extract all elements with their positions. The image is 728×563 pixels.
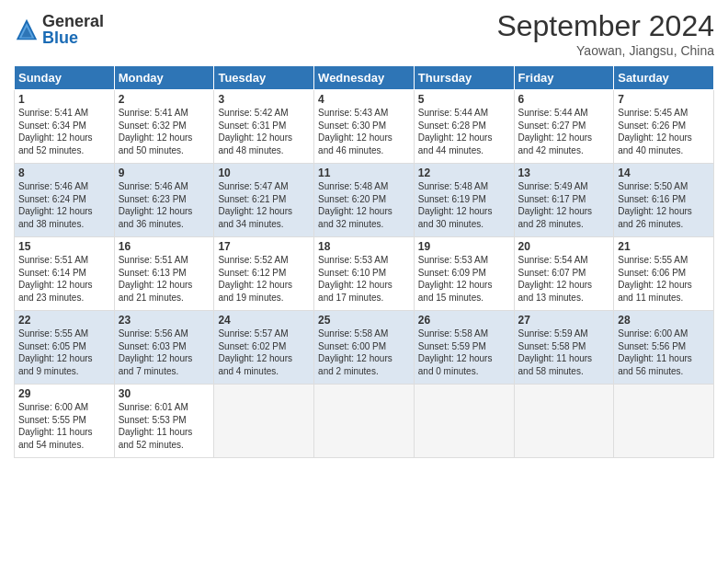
day-number: 1	[18, 93, 110, 106]
day-info: Sunrise: 5:48 AM Sunset: 6:20 PM Dayligh…	[318, 180, 410, 230]
header-row: Sunday Monday Tuesday Wednesday Thursday…	[15, 66, 714, 90]
day-number: 12	[418, 167, 510, 179]
day-number: 13	[518, 167, 610, 179]
logo-general: General	[42, 13, 104, 29]
calendar-week-2: 8Sunrise: 5:46 AM Sunset: 6:24 PM Daylig…	[15, 164, 714, 237]
day-number: 3	[218, 93, 310, 106]
calendar-cell: 28Sunrise: 6:00 AM Sunset: 5:56 PM Dayli…	[614, 311, 714, 385]
month-title: September 2024	[496, 9, 714, 43]
day-info: Sunrise: 5:58 AM Sunset: 6:00 PM Dayligh…	[318, 327, 410, 377]
calendar-cell: 19Sunrise: 5:53 AM Sunset: 6:09 PM Dayli…	[414, 237, 514, 311]
day-number: 18	[318, 240, 410, 253]
logo: General Blue	[14, 13, 104, 46]
calendar-cell: 13Sunrise: 5:49 AM Sunset: 6:17 PM Dayli…	[514, 164, 614, 237]
header-thursday: Thursday	[414, 66, 514, 90]
day-info: Sunrise: 5:52 AM Sunset: 6:12 PM Dayligh…	[218, 254, 310, 304]
day-number: 9	[119, 167, 210, 179]
day-number: 19	[418, 240, 510, 253]
day-info: Sunrise: 5:50 AM Sunset: 6:16 PM Dayligh…	[618, 180, 710, 230]
calendar-week-1: 1Sunrise: 5:41 AM Sunset: 6:34 PM Daylig…	[15, 90, 714, 164]
day-number: 21	[618, 240, 710, 253]
calendar-cell: 8Sunrise: 5:46 AM Sunset: 6:24 PM Daylig…	[15, 164, 115, 237]
header-monday: Monday	[114, 66, 214, 90]
calendar-cell: 10Sunrise: 5:47 AM Sunset: 6:21 PM Dayli…	[214, 164, 314, 237]
calendar-cell: 27Sunrise: 5:59 AM Sunset: 5:58 PM Dayli…	[514, 311, 614, 385]
day-info: Sunrise: 5:54 AM Sunset: 6:07 PM Dayligh…	[518, 254, 610, 304]
day-info: Sunrise: 5:53 AM Sunset: 6:10 PM Dayligh…	[318, 254, 410, 304]
calendar-cell: 20Sunrise: 5:54 AM Sunset: 6:07 PM Dayli…	[514, 237, 614, 311]
page-container: General Blue September 2024 Yaowan, Jian…	[0, 0, 728, 467]
calendar-cell: 11Sunrise: 5:48 AM Sunset: 6:20 PM Dayli…	[314, 164, 415, 237]
calendar-cell: 2Sunrise: 5:41 AM Sunset: 6:32 PM Daylig…	[114, 90, 214, 164]
day-info: Sunrise: 5:49 AM Sunset: 6:17 PM Dayligh…	[518, 180, 610, 230]
day-number: 20	[518, 240, 610, 253]
day-info: Sunrise: 6:00 AM Sunset: 5:56 PM Dayligh…	[618, 327, 710, 377]
day-number: 6	[518, 93, 610, 106]
location: Yaowan, Jiangsu, China	[496, 43, 714, 58]
day-number: 30	[119, 387, 210, 400]
calendar-cell: 30Sunrise: 6:01 AM Sunset: 5:53 PM Dayli…	[114, 385, 214, 458]
day-info: Sunrise: 5:42 AM Sunset: 6:31 PM Dayligh…	[218, 107, 310, 156]
calendar-week-4: 22Sunrise: 5:55 AM Sunset: 6:05 PM Dayli…	[15, 311, 714, 385]
day-number: 23	[119, 314, 210, 327]
day-info: Sunrise: 5:44 AM Sunset: 6:27 PM Dayligh…	[518, 107, 610, 156]
day-number: 26	[418, 314, 510, 327]
calendar-cell: 12Sunrise: 5:48 AM Sunset: 6:19 PM Dayli…	[414, 164, 514, 237]
calendar-cell: 21Sunrise: 5:55 AM Sunset: 6:06 PM Dayli…	[614, 237, 714, 311]
calendar-cell: 1Sunrise: 5:41 AM Sunset: 6:34 PM Daylig…	[15, 90, 115, 164]
calendar-cell	[214, 385, 314, 458]
header-friday: Friday	[514, 66, 614, 90]
calendar-cell: 26Sunrise: 5:58 AM Sunset: 5:59 PM Dayli…	[414, 311, 514, 385]
calendar-cell: 6Sunrise: 5:44 AM Sunset: 6:27 PM Daylig…	[514, 90, 614, 164]
day-number: 29	[18, 387, 110, 400]
calendar-cell: 17Sunrise: 5:52 AM Sunset: 6:12 PM Dayli…	[214, 237, 314, 311]
calendar-cell	[614, 385, 714, 458]
logo-icon	[14, 17, 40, 42]
day-number: 27	[518, 314, 610, 327]
day-info: Sunrise: 5:51 AM Sunset: 6:14 PM Dayligh…	[18, 254, 110, 304]
calendar-week-3: 15Sunrise: 5:51 AM Sunset: 6:14 PM Dayli…	[15, 237, 714, 311]
day-info: Sunrise: 5:43 AM Sunset: 6:30 PM Dayligh…	[318, 107, 410, 156]
calendar-cell: 16Sunrise: 5:51 AM Sunset: 6:13 PM Dayli…	[114, 237, 214, 311]
calendar-cell: 25Sunrise: 5:58 AM Sunset: 6:00 PM Dayli…	[314, 311, 415, 385]
day-info: Sunrise: 5:53 AM Sunset: 6:09 PM Dayligh…	[418, 254, 510, 304]
header-sunday: Sunday	[15, 66, 115, 90]
day-number: 22	[18, 314, 110, 327]
day-number: 16	[119, 240, 210, 253]
calendar-cell: 9Sunrise: 5:46 AM Sunset: 6:23 PM Daylig…	[114, 164, 214, 237]
day-number: 11	[318, 167, 410, 179]
day-number: 14	[618, 167, 710, 179]
day-info: Sunrise: 5:48 AM Sunset: 6:19 PM Dayligh…	[418, 180, 510, 230]
calendar-cell	[514, 385, 614, 458]
calendar-cell	[314, 385, 415, 458]
calendar-table: Sunday Monday Tuesday Wednesday Thursday…	[14, 65, 714, 458]
calendar-cell: 5Sunrise: 5:44 AM Sunset: 6:28 PM Daylig…	[414, 90, 514, 164]
day-number: 4	[318, 93, 410, 106]
page-header: General Blue September 2024 Yaowan, Jian…	[14, 9, 714, 58]
day-info: Sunrise: 5:57 AM Sunset: 6:02 PM Dayligh…	[218, 327, 310, 377]
calendar-cell	[414, 385, 514, 458]
logo-text: General Blue	[42, 13, 104, 46]
calendar-cell: 24Sunrise: 5:57 AM Sunset: 6:02 PM Dayli…	[214, 311, 314, 385]
day-info: Sunrise: 6:00 AM Sunset: 5:55 PM Dayligh…	[18, 401, 110, 451]
day-number: 17	[218, 240, 310, 253]
calendar-cell: 7Sunrise: 5:45 AM Sunset: 6:26 PM Daylig…	[614, 90, 714, 164]
calendar-cell: 3Sunrise: 5:42 AM Sunset: 6:31 PM Daylig…	[214, 90, 314, 164]
day-number: 25	[318, 314, 410, 327]
day-number: 15	[18, 240, 110, 253]
logo-blue: Blue	[42, 29, 104, 46]
day-number: 24	[218, 314, 310, 327]
day-info: Sunrise: 5:55 AM Sunset: 6:06 PM Dayligh…	[618, 254, 710, 304]
calendar-cell: 14Sunrise: 5:50 AM Sunset: 6:16 PM Dayli…	[614, 164, 714, 237]
calendar-cell: 22Sunrise: 5:55 AM Sunset: 6:05 PM Dayli…	[15, 311, 115, 385]
calendar-cell: 18Sunrise: 5:53 AM Sunset: 6:10 PM Dayli…	[314, 237, 415, 311]
calendar-cell: 23Sunrise: 5:56 AM Sunset: 6:03 PM Dayli…	[114, 311, 214, 385]
day-info: Sunrise: 5:46 AM Sunset: 6:24 PM Dayligh…	[18, 180, 110, 230]
day-info: Sunrise: 5:47 AM Sunset: 6:21 PM Dayligh…	[218, 180, 310, 230]
header-tuesday: Tuesday	[214, 66, 314, 90]
header-wednesday: Wednesday	[314, 66, 415, 90]
day-info: Sunrise: 5:45 AM Sunset: 6:26 PM Dayligh…	[618, 107, 710, 156]
day-number: 5	[418, 93, 510, 106]
calendar-week-5: 29Sunrise: 6:00 AM Sunset: 5:55 PM Dayli…	[15, 385, 714, 458]
title-block: September 2024 Yaowan, Jiangsu, China	[496, 9, 714, 58]
